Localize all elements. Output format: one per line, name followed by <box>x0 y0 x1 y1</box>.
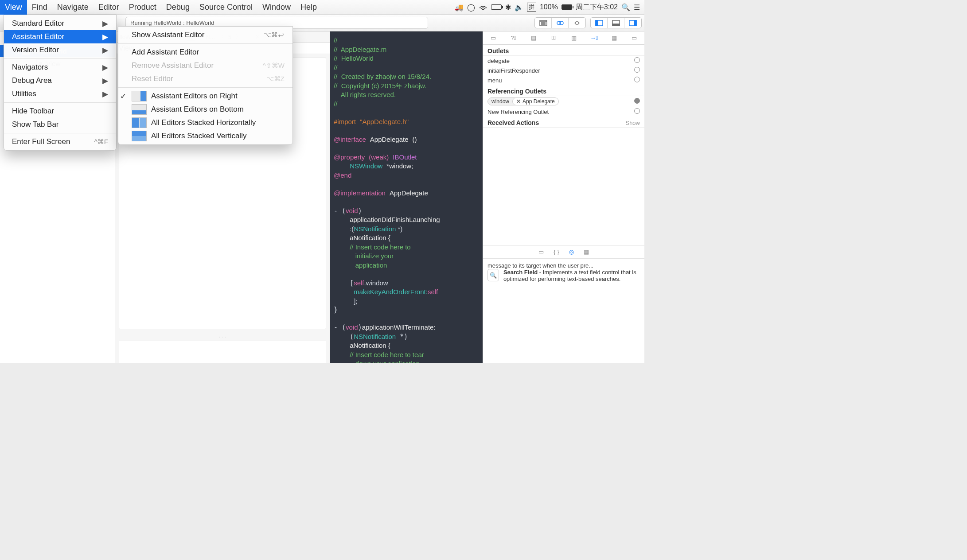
toggle-utilities-button[interactable] <box>624 18 641 28</box>
library-item-search-field[interactable]: 🔍 Search Field - Implements a text field… <box>487 269 640 282</box>
menu-item-utilities[interactable]: Utilities▶ <box>4 87 116 101</box>
menu-navigate[interactable]: Navigate <box>52 0 94 15</box>
svg-rect-12 <box>634 20 636 26</box>
received-actions-header[interactable]: Received ActionsShow <box>483 117 644 128</box>
effects-inspector-tab[interactable]: ▭ <box>628 32 640 44</box>
object-library: ▭ { } ◎ ▦ message to its target when the… <box>483 245 644 363</box>
menu-item-version-editor[interactable]: Version Editor▶ <box>4 43 116 57</box>
menu-item-hide-toolbar[interactable]: Hide Toolbar <box>4 105 116 118</box>
editor-mode-segment <box>534 17 586 28</box>
menu-item-debug-area[interactable]: Debug Area▶ <box>4 74 116 87</box>
menu-editor[interactable]: Editor <box>94 0 124 15</box>
menu-item-standard-editor[interactable]: Standard Editor▶ <box>4 17 116 30</box>
menu-item-editors-vertical[interactable]: All Editors Stacked Vertically <box>118 129 292 143</box>
menu-item-editors-right[interactable]: ✓Assistant Editors on Right <box>118 89 292 103</box>
bindings-inspector-tab[interactable]: ▦ <box>608 32 620 44</box>
inspector-tabs: ▭ ?⃝ ▤ ⌄⃝ ▥ →⃝ ▦ ▭ <box>483 31 644 45</box>
bluetooth-icon[interactable]: ✱ <box>505 3 511 12</box>
attributes-inspector-tab[interactable]: ⌄⃝ <box>547 32 560 44</box>
toggle-debug-button[interactable] <box>608 18 624 28</box>
clock[interactable]: 周二下午3:02 <box>576 3 618 12</box>
object-library-tab[interactable]: ◎ <box>569 249 574 255</box>
source-code[interactable]: // // AppDelegate.m // HelloWorld // // … <box>330 31 483 363</box>
media-library-tab[interactable]: ▦ <box>584 249 589 255</box>
bottom-panel[interactable] <box>119 341 326 363</box>
connection-dot-icon[interactable] <box>634 108 640 114</box>
svg-rect-0 <box>540 20 547 26</box>
menu-item-show-assistant[interactable]: Show Assistant Editor⌥⌘⮐ <box>118 28 292 42</box>
input-method-icon[interactable]: 拼 <box>527 3 536 12</box>
connection-dot-icon[interactable] <box>634 77 640 82</box>
menu-item-navigators[interactable]: Navigators▶ <box>4 61 116 74</box>
menu-item-remove-assistant: Remove Assistant Editor^⇧⌘W <box>118 59 292 72</box>
connection-dot-icon[interactable] <box>634 98 640 104</box>
svg-point-6 <box>560 21 563 25</box>
menu-item-assistant-editor[interactable]: Assistant Editor▶ <box>4 30 116 43</box>
view-menu: Standard Editor▶ Assistant Editor▶ Versi… <box>4 15 117 151</box>
submenu-arrow-icon: ▶ <box>102 63 108 72</box>
spotlight-icon[interactable]: 🔍 <box>621 3 630 12</box>
menu-find[interactable]: Find <box>27 0 52 15</box>
menu-product[interactable]: Product <box>124 0 161 15</box>
checkmark-icon: ✓ <box>120 92 126 101</box>
submenu-arrow-icon: ▶ <box>102 19 108 28</box>
library-item-description-fragment: message to its target when the user pre.… <box>487 262 640 269</box>
ref-outlet-window[interactable]: window ✕App Delegate <box>483 96 644 107</box>
connection-dot-icon[interactable] <box>634 57 640 63</box>
menu-view[interactable]: View <box>0 0 27 15</box>
menu-help[interactable]: Help <box>296 0 322 15</box>
menu-item-reset-editor: Reset Editor⌥⌘Z <box>118 72 292 86</box>
menu-item-enter-full-screen[interactable]: Enter Full Screen^⌘F <box>4 135 116 148</box>
resize-handle[interactable]: · · · <box>115 333 330 341</box>
connection-pill-dest: App Delegate <box>522 98 555 105</box>
menu-overlay: Standard Editor▶ Assistant Editor▶ Versi… <box>4 15 117 151</box>
disconnect-button[interactable]: ✕ <box>516 98 521 105</box>
outlet-menu[interactable]: menu <box>483 75 644 85</box>
assistant-editor-button[interactable] <box>552 18 569 28</box>
panels-segment <box>590 17 642 28</box>
submenu-arrow-icon: ▶ <box>102 89 108 99</box>
toggle-navigator-button[interactable] <box>591 18 608 28</box>
library-tabs: ▭ { } ◎ ▦ <box>483 245 644 259</box>
connections-inspector-tab[interactable]: →⃝ <box>588 32 600 44</box>
keyboard-shortcut: ⌥⌘⮐ <box>264 31 285 39</box>
file-inspector-tab[interactable]: ▭ <box>487 32 499 44</box>
outlet-delegate[interactable]: delegate <box>483 56 644 66</box>
size-inspector-tab[interactable]: ▥ <box>568 32 580 44</box>
wifi-icon[interactable] <box>479 3 487 11</box>
menu-item-editors-bottom[interactable]: Assistant Editors on Bottom <box>118 103 292 116</box>
system-menubar: View Find Navigate Editor Product Debug … <box>0 0 644 15</box>
referencing-outlets-header[interactable]: Referencing Outlets <box>483 85 644 96</box>
menu-debug[interactable]: Debug <box>161 0 195 15</box>
layout-bottom-icon <box>132 104 147 115</box>
quick-help-tab[interactable]: ?⃝ <box>507 32 519 44</box>
identity-inspector-tab[interactable]: ▤ <box>527 32 540 44</box>
battery-menu-icon[interactable] <box>491 4 502 10</box>
menu-source-control[interactable]: Source Control <box>195 0 257 15</box>
version-editor-button[interactable] <box>569 18 585 28</box>
truck-icon[interactable]: 🚚 <box>455 3 464 12</box>
charging-battery-icon[interactable] <box>561 4 572 10</box>
file-template-tab[interactable]: ▭ <box>538 249 544 255</box>
connection-dot-icon[interactable] <box>634 67 640 73</box>
new-referencing-outlet[interactable]: New Referencing Outlet <box>483 107 644 117</box>
menu-item-add-assistant[interactable]: Add Assistant Editor <box>118 46 292 59</box>
search-field-icon: 🔍 <box>487 269 499 281</box>
library-item-title: Search Field <box>503 269 538 276</box>
outlets-header[interactable]: Outlets <box>483 45 644 56</box>
menu-window[interactable]: Window <box>257 0 296 15</box>
menu-item-show-tab-bar[interactable]: Show Tab Bar <box>4 118 116 131</box>
notification-center-icon[interactable]: ☰ <box>634 3 640 12</box>
volume-icon[interactable]: 🔈 <box>515 3 523 12</box>
svg-rect-10 <box>612 24 620 26</box>
utilities-area: ▭ ?⃝ ▤ ⌄⃝ ▥ →⃝ ▦ ▭ Outlets delegate init… <box>483 31 644 363</box>
show-button[interactable]: Show <box>625 120 640 126</box>
assistant-editor-submenu: Show Assistant Editor⌥⌘⮐ Add Assistant E… <box>118 26 293 145</box>
standard-editor-button[interactable] <box>535 18 552 28</box>
assistant-editor: // // AppDelegate.m // HelloWorld // // … <box>330 31 483 363</box>
outlet-initial-first-responder[interactable]: initialFirstResponder <box>483 66 644 75</box>
menu-item-editors-horizontal[interactable]: All Editors Stacked Horizontally <box>118 116 292 129</box>
keyboard-shortcut: ⌥⌘Z <box>266 75 285 83</box>
code-snippet-tab[interactable]: { } <box>554 249 559 255</box>
circle-icon[interactable]: ◯ <box>467 3 475 12</box>
